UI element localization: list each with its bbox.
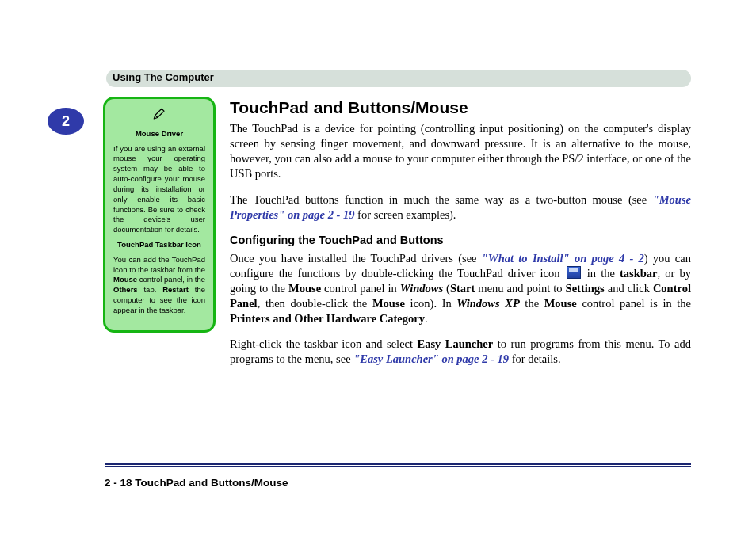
sidebar-para-1: If you are using an external mouse your … — [113, 144, 205, 235]
buttons-paragraph: The TouchPad buttons function in much th… — [230, 192, 691, 223]
sidebar-note: Mouse Driver If you are using an externa… — [103, 97, 216, 333]
footer-rule — [105, 463, 691, 467]
link-easy-launcher[interactable]: "Easy Launcher" on page 2 - 19 — [353, 352, 509, 365]
main-content: TouchPad and Buttons/Mouse The TouchPad … — [230, 97, 691, 378]
pencil-icon — [113, 107, 205, 124]
link-what-to-install[interactable]: "What to Install" on page 4 - 2 — [482, 252, 644, 265]
touchpad-taskbar-icon — [567, 266, 581, 279]
page-footer: 2 - 18 TouchPad and Buttons/Mouse — [105, 463, 691, 489]
content-columns: 2 Mouse Driver If you are using an exter… — [48, 97, 691, 378]
chapter-header: Using The Computer — [103, 70, 691, 87]
sidebar-title-1: Mouse Driver — [113, 129, 205, 139]
page-title: TouchPad and Buttons/Mouse — [230, 97, 691, 118]
page: Using The Computer 2 Mouse Driver If you… — [0, 0, 756, 533]
config-paragraph: Once you have installed the TouchPad dri… — [230, 251, 691, 326]
intro-paragraph: The TouchPad is a device for pointing (c… — [230, 121, 691, 181]
chapter-title: Using The Computer — [113, 71, 214, 83]
footer-text: 2 - 18 TouchPad and Buttons/Mouse — [105, 477, 691, 489]
chapter-number-oval: 2 — [48, 108, 84, 135]
sidebar-title-2: TouchPad Taskbar Icon — [113, 240, 205, 250]
easy-launcher-paragraph: Right-click the taskbar icon and select … — [230, 337, 691, 367]
section-heading: Configuring the TouchPad and Buttons — [230, 233, 691, 248]
sidebar-para-2: You can add the TouchPad icon to the tas… — [113, 255, 205, 316]
